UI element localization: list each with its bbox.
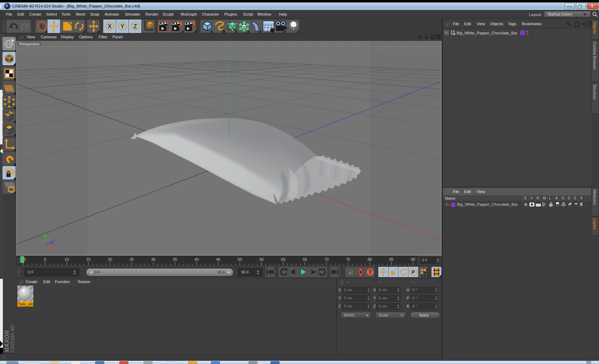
svg-text:25: 25 <box>130 257 134 261</box>
svg-text:45: 45 <box>216 257 220 261</box>
svg-text:70: 70 <box>324 257 329 261</box>
svg-text:55: 55 <box>259 257 264 261</box>
svg-text:30: 30 <box>151 257 155 261</box>
svg-text:80: 80 <box>368 257 372 261</box>
svg-text:Y: Y <box>120 23 124 29</box>
svg-text:0: 0 <box>24 257 26 261</box>
svg-text:X: X <box>51 250 53 253</box>
svg-text:?: ? <box>368 269 372 275</box>
svg-text:20: 20 <box>108 257 112 261</box>
svg-text:60: 60 <box>281 257 285 261</box>
svg-text:0: 0 <box>453 30 455 33</box>
svg-text:Z: Z <box>133 23 137 29</box>
svg-text:15: 15 <box>86 257 90 261</box>
svg-text:35: 35 <box>173 257 177 261</box>
svg-text:75: 75 <box>346 257 350 261</box>
svg-text:85: 85 <box>389 257 394 261</box>
svg-text:P: P <box>412 269 415 275</box>
svg-text:50: 50 <box>238 257 242 261</box>
svg-text:5: 5 <box>44 257 46 261</box>
svg-text:Y: Y <box>43 234 45 238</box>
svg-text:40: 40 <box>194 257 199 261</box>
svg-text:Z: Z <box>53 238 55 242</box>
svg-text:X: X <box>108 23 111 29</box>
svg-text:10: 10 <box>65 257 69 261</box>
svg-text:65: 65 <box>303 257 307 261</box>
svg-text:90: 90 <box>411 257 415 261</box>
